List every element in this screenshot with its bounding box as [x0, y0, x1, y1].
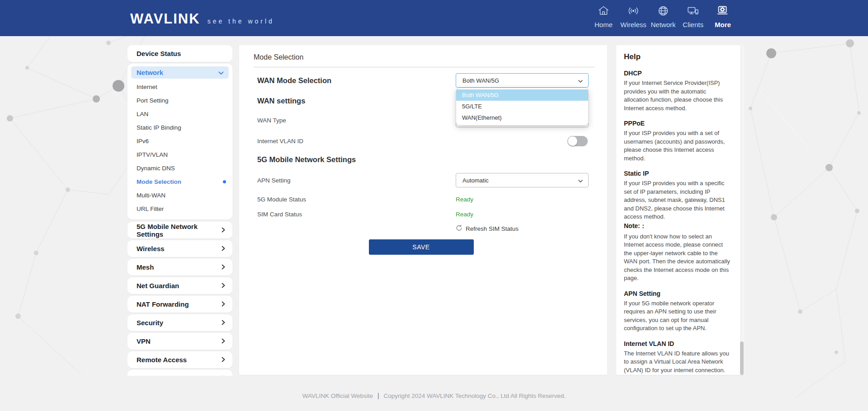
- sidebar-item-label: Remote Access: [137, 356, 187, 364]
- dropdown-option-both-wan-5g[interactable]: Both WAN/5G: [456, 89, 588, 101]
- sidebar-item-security[interactable]: Security: [127, 314, 232, 331]
- sidebar-item-device-status[interactable]: Device Status: [127, 45, 232, 62]
- refresh-sim-status-button[interactable]: Refresh SIM Status: [456, 224, 519, 233]
- sidebar-item-vpn[interactable]: VPN: [127, 333, 232, 350]
- chevron-right-icon: [222, 245, 225, 252]
- help-text-dhcp: If your Internet Service Provider(ISP) p…: [624, 79, 732, 112]
- sidebar-subitem-port-setting[interactable]: Port Setting: [127, 93, 232, 107]
- sidebar-subitem-lan[interactable]: LAN: [127, 107, 232, 121]
- sidebar-item-wireless[interactable]: Wireless: [127, 240, 232, 257]
- internet-vlan-toggle[interactable]: [567, 136, 588, 146]
- sidebar-subitem-ipv6[interactable]: IPv6: [127, 134, 232, 148]
- sidebar-group-network: Network Internet Port Setting LAN Static…: [127, 64, 232, 220]
- subitem-label: Dynamic DNS: [137, 165, 175, 172]
- apn-setting-select[interactable]: Automatic: [456, 173, 589, 187]
- subitem-label: IPv6: [137, 138, 149, 145]
- sidebar-item-label: Network: [137, 69, 163, 76]
- sidebar-item-mesh[interactable]: Mesh: [127, 259, 232, 276]
- nav-label: Network: [651, 21, 675, 28]
- sidebar-subitem-iptv-vlan[interactable]: IPTV/VLAN: [127, 148, 232, 161]
- chevron-right-icon: [222, 263, 225, 271]
- official-website-link[interactable]: WAVLINK Official Website: [302, 392, 373, 399]
- wireless-icon: [627, 5, 640, 19]
- chevron-down-icon: [578, 177, 583, 184]
- sidebar-subitem-internet[interactable]: Internet: [127, 80, 232, 93]
- sidebar-subitem-dynamic-dns[interactable]: Dynamic DNS: [127, 161, 232, 175]
- subitem-label: Port Setting: [137, 97, 169, 104]
- network-globe-icon: [657, 5, 670, 19]
- help-text-pppoe: If your ISP provides you with a set of u…: [624, 129, 732, 163]
- subitem-label: Internet: [137, 84, 157, 90]
- chevron-right-icon: [222, 356, 225, 364]
- nav-label: More: [715, 21, 731, 28]
- main-content: Mode Selection WAN Mode Selection Both W…: [239, 45, 607, 375]
- help-text-static-ip: If your ISP provides you with a specific…: [624, 179, 732, 221]
- subitem-label: URL Filter: [137, 206, 164, 212]
- 5g-module-status-label: 5G Module Status: [254, 196, 456, 203]
- sidebar-item-5g-mobile-network-settings[interactable]: 5G Mobile Network Settings: [127, 222, 232, 238]
- footer-separator: |: [377, 392, 379, 399]
- chevron-right-icon: [222, 300, 225, 308]
- main-nav: Home Wireless Network Clients More: [589, 5, 738, 28]
- sidebar-item-nat-forwarding[interactable]: NAT Forwarding: [127, 296, 232, 313]
- help-heading-static-ip: Static IP: [624, 170, 732, 177]
- help-heading-internet-vlan-id: Internet VLAN ID: [624, 340, 732, 347]
- save-button[interactable]: SAVE: [369, 239, 474, 255]
- help-heading-note: Note:：: [624, 222, 732, 230]
- dropdown-option-wan-ethernet[interactable]: WAN(Ethernet): [456, 112, 588, 123]
- sidebar-item-label: Net Guardian: [137, 282, 179, 290]
- sidebar-subitem-static-ip-binding[interactable]: Static IP Binding: [127, 121, 232, 134]
- help-text-internet-vlan-id: The Internet VLAN ID feature allows you …: [624, 350, 732, 375]
- sidebar-item-label: Wireless: [137, 245, 165, 252]
- apn-select-value: Automatic: [462, 177, 489, 184]
- dropdown-option-5g-lte[interactable]: 5G/LTE: [456, 101, 588, 112]
- copyright-text: Copyright 2024 WAVLINK Technology Co., L…: [384, 392, 566, 399]
- sidebar-item-net-tools[interactable]: NET Tools: [127, 370, 232, 376]
- wan-mode-select[interactable]: Both WAN/5G: [456, 73, 589, 88]
- refresh-label: Refresh SIM Status: [466, 225, 519, 232]
- help-scrollbar-track: [740, 45, 744, 375]
- nav-item-clients[interactable]: Clients: [678, 5, 708, 28]
- more-settings-icon: [717, 5, 729, 19]
- subitem-label: LAN: [137, 111, 148, 117]
- sidebar-subitem-mode-selection[interactable]: Mode Selection: [127, 175, 232, 188]
- nav-item-wireless[interactable]: Wireless: [618, 5, 648, 28]
- sidebar-subitem-url-filter[interactable]: URL Filter: [127, 202, 232, 215]
- clients-icon: [687, 5, 699, 19]
- help-text-note: If you don't know how to select an Inter…: [624, 233, 732, 283]
- nav-item-network[interactable]: Network: [648, 5, 678, 28]
- home-icon: [597, 5, 610, 19]
- help-heading-dhcp: DHCP: [624, 70, 732, 77]
- wan-mode-dropdown: Both WAN/5G 5G/LTE WAN(Ethernet): [456, 88, 589, 126]
- help-title: Help: [624, 45, 732, 61]
- nav-label: Wireless: [620, 21, 646, 28]
- active-indicator-dot: [223, 180, 226, 183]
- sidebar-item-remote-access[interactable]: Remote Access: [127, 351, 232, 368]
- sidebar-item-label: NAT Forwarding: [137, 300, 189, 308]
- help-text-apn-setting: If your 5G mobile network operator requi…: [624, 299, 732, 333]
- help-panel: Help DHCP If your Internet Service Provi…: [616, 45, 744, 375]
- 5g-module-status-value: Ready: [456, 196, 473, 203]
- chevron-right-icon: [222, 282, 225, 290]
- help-scrollbar-thumb[interactable]: [740, 341, 744, 375]
- chevron-right-icon: [222, 337, 225, 345]
- nav-item-more[interactable]: More: [708, 5, 738, 28]
- help-heading-pppoe: PPPoE: [624, 120, 732, 127]
- nav-item-home[interactable]: Home: [589, 5, 618, 28]
- sidebar-item-net-guardian[interactable]: Net Guardian: [127, 277, 232, 294]
- page-title: Mode Selection: [254, 45, 589, 61]
- sidebar-item-label: Mesh: [137, 263, 154, 271]
- brand-tagline: see the world: [208, 18, 274, 25]
- sidebar-item-network[interactable]: Network: [131, 66, 229, 79]
- sidebar: Device Status Network Internet Port Sett…: [127, 45, 232, 376]
- sidebar-subitem-multi-wan[interactable]: Multi-WAN: [127, 188, 232, 202]
- sidebar-item-label: NET Tools: [137, 374, 170, 376]
- wan-type-label: WAN Type: [254, 117, 456, 124]
- top-navbar: WAVLINK see the world Home Wireless Netw…: [0, 0, 868, 36]
- wan-mode-selection-label: WAN Mode Selection: [254, 76, 456, 85]
- title-divider: [254, 67, 595, 67]
- wan-mode-select-value: Both WAN/5G: [462, 77, 499, 84]
- toggle-knob: [568, 136, 577, 146]
- chevron-down-icon: [218, 69, 224, 76]
- refresh-icon: [456, 224, 462, 233]
